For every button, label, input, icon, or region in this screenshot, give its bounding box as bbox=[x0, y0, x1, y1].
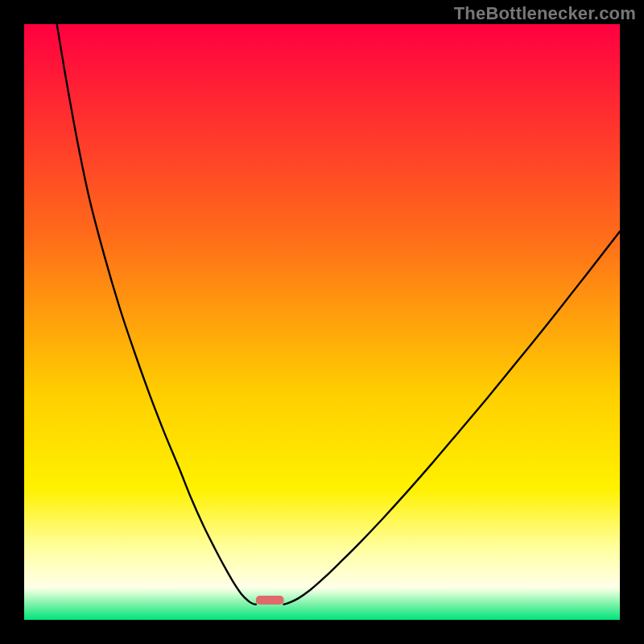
watermark-text: TheBottlenecker.com bbox=[454, 3, 636, 24]
gradient-background bbox=[24, 24, 620, 620]
plot-area bbox=[24, 24, 620, 620]
bottleneck-notch bbox=[256, 596, 284, 605]
chart-frame: TheBottlenecker.com bbox=[0, 0, 644, 644]
chart-svg bbox=[24, 24, 620, 620]
